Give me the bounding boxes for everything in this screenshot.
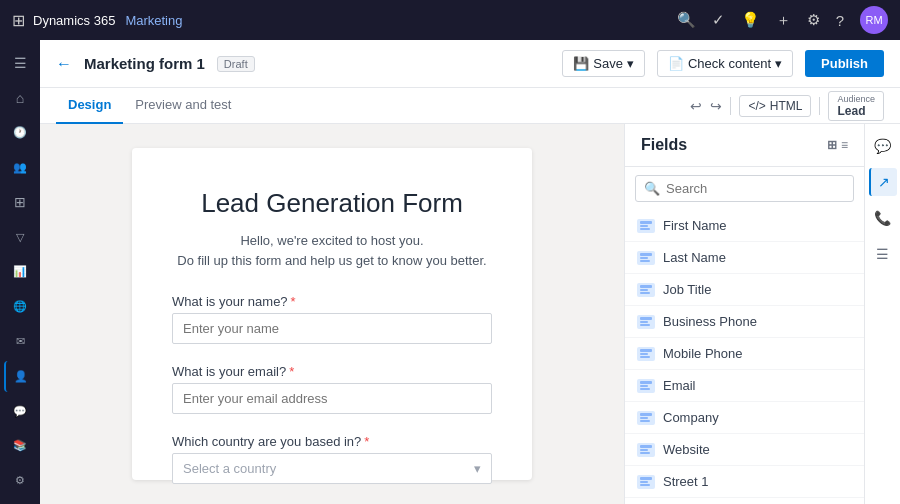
tab-design[interactable]: Design (56, 88, 123, 124)
sidebar-library[interactable]: 📚 (4, 430, 36, 461)
tab-preview[interactable]: Preview and test (123, 88, 243, 124)
form-group-email: What is your email? * (172, 364, 492, 414)
svg-rect-22 (640, 449, 648, 451)
sidebar-world[interactable]: 🌐 (4, 291, 36, 322)
list-item[interactable]: Street 2 (625, 498, 864, 504)
field-type-icon (637, 219, 655, 233)
search-icon: 🔍 (644, 181, 660, 196)
fields-search-box[interactable]: 🔍 (635, 175, 854, 202)
app-logo: Dynamics 365 Marketing (33, 13, 182, 28)
list-item[interactable]: Last Name (625, 242, 864, 274)
list-panel-icon[interactable]: ☰ (869, 240, 897, 268)
avatar[interactable]: RM (860, 6, 888, 34)
fields-title: Fields (641, 136, 687, 154)
country-select[interactable]: Select a country ▾ (172, 453, 492, 484)
field-type-icon (637, 251, 655, 265)
audience-button[interactable]: Audience Lead (828, 91, 884, 121)
svg-rect-21 (640, 445, 652, 448)
module-name: Marketing (125, 13, 182, 28)
far-right-panel: 💬 ↗ 📞 ☰ (864, 124, 900, 504)
save-dropdown-icon[interactable]: ▾ (627, 56, 634, 71)
svg-rect-8 (640, 292, 650, 294)
html-button[interactable]: </> HTML (739, 95, 811, 117)
sidebar-grid[interactable]: ⊞ (4, 187, 36, 218)
svg-rect-12 (640, 349, 652, 352)
recent-icon[interactable]: ✓ (712, 11, 725, 29)
list-item[interactable]: Job Title (625, 274, 864, 306)
check-dropdown-icon[interactable]: ▾ (775, 56, 782, 71)
form-description: Hello, we're excited to host you.Do fill… (172, 231, 492, 270)
sidebar-chat[interactable]: 💬 (4, 396, 36, 427)
search-icon[interactable]: 🔍 (677, 11, 696, 29)
field-name: Business Phone (663, 314, 757, 329)
redo-icon[interactable]: ↪ (710, 98, 722, 114)
main-layout: ☰ ⌂ 🕐 👥 ⊞ ▽ 📊 🌐 ✉ 👤 💬 📚 ⚙ ← Marketing fo… (0, 40, 900, 504)
svg-rect-17 (640, 388, 650, 390)
svg-rect-26 (640, 484, 650, 486)
add-icon[interactable]: ＋ (776, 11, 791, 30)
lightbulb-icon[interactable]: 💡 (741, 11, 760, 29)
sidebar-email[interactable]: ✉ (4, 326, 36, 357)
list-item[interactable]: Business Phone (625, 306, 864, 338)
svg-rect-11 (640, 324, 650, 326)
fields-panel-header: Fields ⊞ ≡ (625, 124, 864, 167)
panel-header-icons: ⊞ ≡ (827, 138, 848, 152)
svg-rect-24 (640, 477, 652, 480)
field-type-icon (637, 443, 655, 457)
field-type-icon (637, 283, 655, 297)
sidebar-filter[interactable]: ▽ (4, 222, 36, 253)
list-item[interactable]: Mobile Phone (625, 338, 864, 370)
apps-icon[interactable]: ⊞ (12, 11, 25, 30)
field-type-icon (637, 411, 655, 425)
top-nav: ⊞ Dynamics 365 Marketing 🔍 ✓ 💡 ＋ ⚙ ? RM (0, 0, 900, 40)
svg-rect-18 (640, 413, 652, 416)
back-button[interactable]: ← (56, 55, 72, 73)
field-type-icon (637, 475, 655, 489)
sidebar-analytics[interactable]: 📊 (4, 257, 36, 288)
svg-rect-15 (640, 381, 652, 384)
sidebar-people[interactable]: 👥 (4, 152, 36, 183)
sidebar-settings2[interactable]: ⚙ (4, 465, 36, 496)
svg-rect-14 (640, 356, 650, 358)
publish-button[interactable]: Publish (805, 50, 884, 77)
field-name: Email (663, 378, 696, 393)
check-icon: 📄 (668, 56, 684, 71)
app-name: Dynamics 365 (33, 13, 115, 28)
form-card: Lead Generation Form Hello, we're excite… (132, 148, 532, 480)
list-item[interactable]: Street 1 (625, 466, 864, 498)
list-item[interactable]: Website (625, 434, 864, 466)
svg-rect-9 (640, 317, 652, 320)
list-item[interactable]: Email (625, 370, 864, 402)
form-group-country: Which country are you based in? * Select… (172, 434, 492, 484)
content-area: ← Marketing form 1 Draft 💾 Save ▾ 📄 Chec… (40, 40, 900, 504)
form-label-name: What is your name? * (172, 294, 492, 309)
form-group-name: What is your name? * (172, 294, 492, 344)
panel-icon2[interactable]: ≡ (841, 138, 848, 152)
email-input[interactable] (172, 383, 492, 414)
name-input[interactable] (172, 313, 492, 344)
settings-icon[interactable]: ⚙ (807, 11, 820, 29)
panel-icon1[interactable]: ⊞ (827, 138, 837, 152)
sidebar-hamburger[interactable]: ☰ (4, 48, 36, 79)
undo-icon[interactable]: ↩ (690, 98, 702, 114)
check-content-button[interactable]: 📄 Check content ▾ (657, 50, 793, 77)
list-item[interactable]: First Name (625, 210, 864, 242)
fields-search-input[interactable] (666, 181, 845, 196)
chevron-down-icon: ▾ (474, 461, 481, 476)
divider (730, 97, 731, 115)
nav-icons: 🔍 ✓ 💡 ＋ ⚙ ? RM (677, 6, 888, 34)
save-button[interactable]: 💾 Save ▾ (562, 50, 645, 77)
field-name: Website (663, 442, 710, 457)
list-item[interactable]: Company (625, 402, 864, 434)
field-type-icon (637, 379, 655, 393)
sidebar-home[interactable]: ⌂ (4, 83, 36, 114)
svg-rect-19 (640, 417, 648, 419)
help-icon[interactable]: ? (836, 12, 844, 29)
phone-panel-icon[interactable]: 📞 (869, 204, 897, 232)
sidebar-contact[interactable]: 👤 (4, 361, 36, 392)
sidebar-recent[interactable]: 🕐 (4, 118, 36, 149)
audience-value: Lead (837, 104, 865, 118)
fields-panel-icon[interactable]: ↗ (869, 168, 897, 196)
svg-rect-20 (640, 420, 650, 422)
comment-panel-icon[interactable]: 💬 (869, 132, 897, 160)
